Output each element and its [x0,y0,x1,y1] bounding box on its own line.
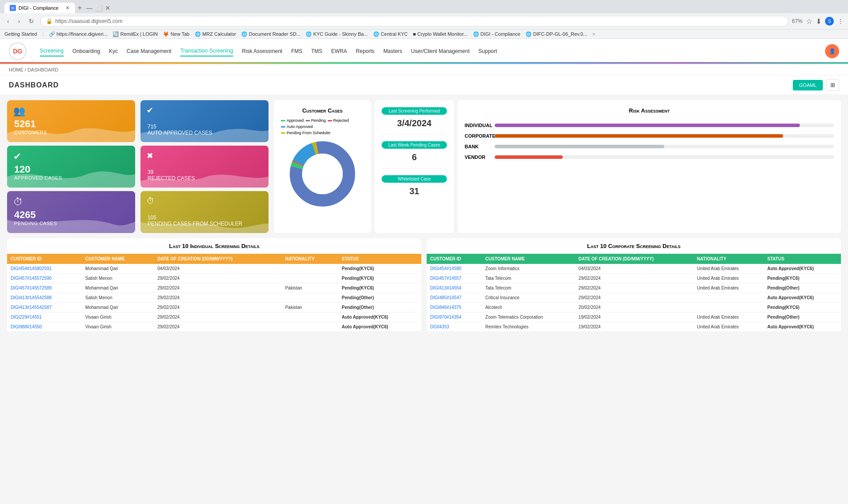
corporate-id-cell[interactable]: DIGI454#14580 [427,264,482,274]
pending-scheduler-card[interactable]: ⏱ 105 PENDING CASES FROM SCHEDULER [140,191,269,233]
address-bar[interactable]: 🔒 https://saasuat.digiveri5.com [40,16,788,26]
corporate-id-link[interactable]: DGII4353 [430,324,449,329]
customers-card[interactable]: 👥 5261 CUSTOMERS [7,100,135,142]
individual-id-cell[interactable]: DIGI454#145802591 [7,264,82,274]
bookmark-remitex[interactable]: 🔄 RemitEx | LOGIN [113,31,158,37]
extension-icon[interactable]: ⬇ [816,17,822,26]
individual-id-cell[interactable]: DIGI457#145572590 [7,274,82,283]
refresh-button[interactable]: ↻ [26,17,37,26]
bookmark-finance[interactable]: 🔗 https://finance.digiveri... [49,31,108,37]
individual-id-link[interactable]: DIGI413#145542588 [11,295,52,300]
bookmark-difc[interactable]: 🌐 DIFC-DP-GL-06_Rev.0... [526,31,587,37]
nav-screening[interactable]: Screening [40,46,64,56]
nav-case-management[interactable]: Case Management [127,46,171,56]
table-row[interactable]: DIGI457#145572589 Mohammad Qari 29/02/20… [7,283,421,293]
corporate-id-cell[interactable]: DIGI970#14354 [427,312,482,322]
corporate-id-link[interactable]: DIGI454#14580 [430,266,462,271]
table-row[interactable]: DIGI457#14557 Tata Telecom 29/02/2024 Un… [427,274,841,283]
table-row[interactable]: DGII4353 Remitex Technologies 19/02/2024… [427,322,841,332]
nav-kyc[interactable]: Kyc [109,46,118,56]
nav-tms[interactable]: TMS [311,46,322,56]
nav-transaction-screening[interactable]: Transaction Screening [180,46,233,56]
corporate-id-cell[interactable]: DIGI846#14375 [427,303,482,312]
dashboard-controls: GOAML ⊞ [793,79,839,91]
corporate-id-link[interactable]: DIGI970#14354 [430,315,462,320]
table-row[interactable]: DIGI229#14551 Vivaan Girish 29/02/2024 A… [7,312,421,322]
window-maximize[interactable]: ⬜ [95,4,102,11]
individual-id-link[interactable]: DIGI413#145542587 [11,305,52,310]
corporate-id-link[interactable]: DIGI485#14547 [430,295,462,300]
goaml-button[interactable]: GOAML [793,80,823,90]
back-button[interactable]: ‹ [4,17,12,26]
table-row[interactable]: DIGI988#14550 Vivaan Girish 29/02/2024 A… [7,322,421,332]
individual-id-cell[interactable]: DIGI988#14550 [7,322,82,332]
individual-id-cell[interactable]: DIGI413#145542587 [7,303,82,312]
table-row[interactable]: DIGI413#145542587 Mohammad Qari 29/02/20… [7,303,421,312]
bookmark-mrz[interactable]: 🌐 MRZ Calculator [195,31,236,37]
nav-reports[interactable]: Reports [356,46,375,56]
table-row[interactable]: DIGI485#14547 Critical Insurance 29/02/2… [427,293,841,303]
auto-approved-card[interactable]: ✔ 715 AUTO APPROVED CASES [140,100,269,142]
more-bookmarks[interactable]: » [592,31,595,37]
individual-id-cell[interactable]: DIGI229#14551 [7,312,82,322]
menu-icon[interactable]: ⋮ [837,18,844,25]
pending-scheduler-wave [140,215,269,233]
individual-id-cell[interactable]: DIGI413#145542588 [7,293,82,303]
nav-user-management[interactable]: User/Client Management [411,46,470,56]
corporate-id-cell[interactable]: DIGI485#14547 [427,293,482,303]
nav-onboarding[interactable]: Onboarding [72,46,100,56]
user-avatar[interactable]: 👤 [825,44,839,58]
window-minimize[interactable]: — [86,4,92,11]
corporate-id-link[interactable]: DIGI457#14557 [430,276,462,281]
approved-card[interactable]: ✔ 120 APPROVED CASES [7,146,135,188]
bookmark-newtab[interactable]: 🦊 New Tab [163,31,189,37]
nav-fms[interactable]: FMS [291,46,302,56]
bookmark-docreader[interactable]: 🌐 Document Reader SD... [241,31,300,37]
individual-id-link[interactable]: DIGI454#145802591 [11,266,52,271]
table-row[interactable]: DIGI457#145572590 Satish Menon 29/02/202… [7,274,421,283]
bookmark-getting-started[interactable]: Getting Started [4,31,37,37]
table-row[interactable]: DIGI454#145802591 Mohammad Qari 04/03/20… [7,264,421,274]
individual-id-cell[interactable]: DIGI457#145572589 [7,283,82,293]
bookmark-kycguide[interactable]: 🌐 KYC Guide - Skinny Ba... [306,31,368,37]
rejected-card[interactable]: ✖ 39 REJECTED CASES [140,146,269,188]
table-row[interactable]: DIGI970#14354 Zoom Telematics Corporatio… [427,312,841,322]
nav-masters[interactable]: Masters [383,46,402,56]
dashboard-title: Dashboard [9,81,59,89]
risk-bank-bar [495,145,664,148]
browser-chrome: D DIGI - Compliance ✕ + — ⬜ ✕ [0,0,848,13]
legend-pending-scheduler: Pending From Scheduler [281,131,331,135]
forward-button[interactable]: › [15,17,23,26]
corporate-id-cell[interactable]: DIGI457#14557 [427,274,482,283]
corporate-nationality-cell [693,303,764,312]
individual-id-link[interactable]: DIGI988#14550 [11,324,42,329]
window-close[interactable]: ✕ [105,4,110,11]
new-tab-button[interactable]: + [78,4,82,12]
corporate-id-cell[interactable]: DGII4353 [427,322,482,332]
profile-icon[interactable]: S [825,17,834,26]
pending-scheduler-icon: ⏱ [147,196,155,206]
table-row[interactable]: DIGI846#14375 Alcotech 20/02/2024 Pendin… [427,303,841,312]
bookmark-digi[interactable]: 🌐 DIGI - Compliance [473,31,521,37]
individual-id-link[interactable]: DIGI229#14551 [11,315,42,320]
table-row[interactable]: DIGI454#14580 Zoom Informatics 04/03/202… [427,264,841,274]
bookmark-centralkyc[interactable]: 🌐 Central KYC [373,31,408,37]
corporate-id-cell[interactable]: DIGI413#14554 [427,283,482,293]
nav-support[interactable]: Support [478,46,497,56]
tab-close-button[interactable]: ✕ [65,5,70,11]
table-row[interactable]: DIGI413#145542588 Satish Menon 29/02/202… [7,293,421,303]
nav-risk-assessment[interactable]: Risk Assessment [242,46,282,56]
table-row[interactable]: DIGI413#14554 Tata Telecom 29/02/2024 Un… [427,283,841,293]
active-tab[interactable]: D DIGI - Compliance ✕ [4,3,75,13]
corporate-id-link[interactable]: DIGI846#14375 [430,305,462,310]
individual-date-cell: 29/02/2024 [154,312,282,322]
bookmark-cryptowallet[interactable]: ■ Crypto Wallet Monitor... [413,31,468,37]
individual-id-link[interactable]: DIGI457#145572589 [11,286,52,290]
divider-1 [382,135,447,135]
corporate-id-link[interactable]: DIGI413#14554 [430,286,462,290]
pending-card[interactable]: ⏱ 4265 PENDING CASES [7,191,135,233]
bookmark-icon[interactable]: ☆ [806,17,812,26]
grid-view-button[interactable]: ⊞ [826,79,839,91]
individual-id-link[interactable]: DIGI457#145572590 [11,276,52,281]
nav-ewra[interactable]: EWRA [331,46,347,56]
